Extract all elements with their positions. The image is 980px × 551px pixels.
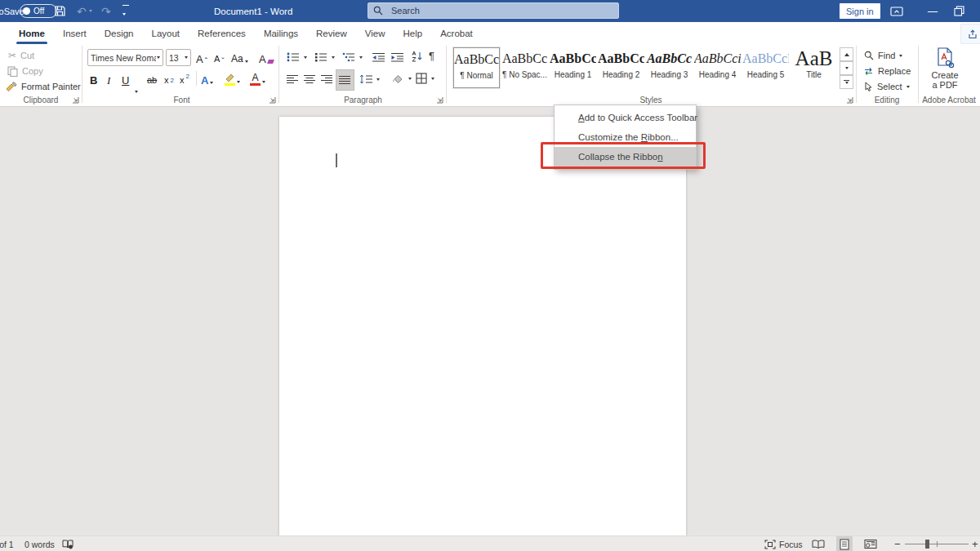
- paragraph-dialog-launcher[interactable]: [436, 96, 443, 104]
- font-size-combobox[interactable]: 13: [166, 49, 191, 66]
- shrink-font-button[interactable]: A ˇ: [214, 49, 225, 65]
- show-hide-marks-button[interactable]: ¶: [429, 48, 434, 63]
- format-painter-button[interactable]: Format Painter: [6, 79, 81, 94]
- tab-insert[interactable]: Insert: [54, 22, 96, 44]
- font-name-dropdown-icon: [157, 56, 160, 59]
- web-layout-button[interactable]: [864, 536, 877, 551]
- decrease-indent-icon: [372, 52, 385, 62]
- customize-quick-access-toolbar-button[interactable]: [122, 0, 129, 22]
- style-name: Heading 3: [646, 70, 693, 79]
- zoom-in-button[interactable]: +: [972, 536, 978, 551]
- numbering-button[interactable]: [314, 50, 335, 64]
- zoom-out-button[interactable]: −: [894, 536, 901, 551]
- strikethrough-button[interactable]: ab: [147, 70, 157, 87]
- tab-references[interactable]: References: [189, 22, 255, 44]
- tab-layout[interactable]: Layout: [143, 22, 189, 44]
- tab-design[interactable]: Design: [96, 22, 143, 44]
- share-button[interactable]: Share: [960, 24, 980, 44]
- styles-scroll-down-button[interactable]: [840, 61, 853, 75]
- underline-dropdown[interactable]: [135, 77, 138, 93]
- styles-scroll-up-button[interactable]: [840, 47, 853, 61]
- cut-button[interactable]: ✂ Cut: [8, 48, 34, 63]
- align-left-button[interactable]: [287, 72, 299, 87]
- style-heading-4[interactable]: AaBbCci Heading 4: [694, 47, 741, 88]
- style-no-spacing[interactable]: AaBbCc ¶ No Spac...: [501, 47, 548, 88]
- bullets-button[interactable]: [287, 50, 307, 64]
- sign-in-button[interactable]: Sign in: [840, 3, 880, 19]
- text-effects-button[interactable]: A: [201, 70, 213, 87]
- font-dialog-launcher[interactable]: [269, 96, 276, 104]
- style-title[interactable]: AaB Title: [791, 47, 837, 88]
- tab-acrobat[interactable]: Acrobat: [431, 22, 482, 44]
- more-chevron-icon: [845, 82, 849, 84]
- style-heading-3[interactable]: AaBbCc Heading 3: [646, 47, 693, 88]
- tab-review[interactable]: Review: [307, 22, 356, 44]
- styles-dialog-launcher[interactable]: [846, 96, 853, 104]
- document-page[interactable]: [279, 117, 686, 535]
- numbering-icon: [314, 52, 327, 62]
- style-name: Heading 2: [598, 70, 644, 79]
- style-heading-5[interactable]: AaBbCcD Heading 5: [742, 47, 789, 88]
- undo-button[interactable]: ↶: [77, 0, 92, 22]
- decrease-indent-button[interactable]: [372, 50, 385, 64]
- style-normal[interactable]: AaBbCc ¶ Normal: [453, 47, 500, 88]
- underline-button[interactable]: U: [122, 70, 129, 87]
- create-pdf-button[interactable]: Create a PDF: [924, 47, 965, 93]
- line-spacing-button[interactable]: [359, 72, 380, 87]
- menu-item-customize-the-ribbon[interactable]: Customize the Ribbon...: [555, 127, 696, 147]
- select-button[interactable]: Select: [864, 79, 910, 94]
- select-label: Select: [877, 82, 902, 91]
- align-center-button[interactable]: [304, 72, 316, 87]
- save-button[interactable]: [54, 0, 66, 22]
- minimize-button[interactable]: —: [928, 0, 938, 22]
- search-input[interactable]: [390, 5, 589, 16]
- undo-dropdown-icon: [89, 10, 92, 12]
- autosave-toggle[interactable]: Off: [20, 0, 57, 22]
- menu-item-collapse-the-ribbon[interactable]: Collapse the Ribbon: [555, 147, 696, 167]
- restore-button[interactable]: [954, 0, 964, 22]
- copy-button[interactable]: Copy: [7, 64, 43, 78]
- ribbon-display-options-button[interactable]: [890, 0, 903, 22]
- superscript-button[interactable]: x2: [180, 70, 189, 87]
- tab-view[interactable]: View: [356, 22, 394, 44]
- tab-home[interactable]: Home: [10, 22, 54, 44]
- focus-mode-button[interactable]: Focus: [764, 536, 803, 551]
- font-name-combobox[interactable]: Times New Roman: [87, 49, 163, 66]
- style-sample: AaBbCc: [454, 48, 499, 71]
- sort-button[interactable]: [410, 49, 423, 64]
- zoom-slider-handle[interactable]: [925, 540, 929, 549]
- style-heading-2[interactable]: AaBbCc Heading 2: [598, 47, 644, 88]
- grow-font-button[interactable]: A ˆ: [196, 49, 207, 65]
- search-box[interactable]: [368, 2, 619, 19]
- change-case-button[interactable]: Aa: [231, 49, 248, 65]
- font-color-button[interactable]: A: [250, 69, 265, 86]
- menu-item-add-to-quick-access-toolbar[interactable]: Add to Quick Access Toolbar: [555, 108, 696, 127]
- text-highlight-button[interactable]: [225, 69, 240, 86]
- find-button[interactable]: Find: [864, 48, 902, 63]
- word-count-indicator[interactable]: 0 words: [24, 536, 55, 551]
- align-right-button[interactable]: [321, 72, 333, 87]
- clipboard-dialog-launcher[interactable]: [72, 96, 79, 104]
- shading-button[interactable]: [391, 71, 412, 86]
- replace-label: Replace: [878, 66, 911, 76]
- page-number-indicator[interactable]: Page 1 of 1: [0, 536, 14, 551]
- tab-help[interactable]: Help: [394, 22, 432, 44]
- print-layout-button[interactable]: [836, 536, 853, 551]
- read-mode-button[interactable]: [812, 536, 825, 551]
- subscript-button[interactable]: x2: [164, 70, 174, 87]
- borders-button[interactable]: [416, 71, 434, 86]
- tab-mailings[interactable]: Mailings: [255, 22, 307, 44]
- style-heading-1[interactable]: AaBbCc Heading 1: [550, 47, 596, 88]
- clear-formatting-button[interactable]: A: [259, 49, 274, 65]
- redo-button[interactable]: ↷: [101, 0, 111, 22]
- multilevel-list-button[interactable]: [342, 50, 363, 64]
- status-bar: Page 1 of 1 0 words Focus: [0, 535, 980, 551]
- proofing-status-button[interactable]: [62, 536, 74, 551]
- increase-indent-button[interactable]: [390, 50, 404, 64]
- styles-gallery-more-button[interactable]: [840, 75, 853, 89]
- toggle-knob-icon: [23, 7, 30, 15]
- justify-button[interactable]: [336, 69, 354, 91]
- replace-button[interactable]: Replace: [863, 64, 911, 78]
- bold-button[interactable]: B: [90, 70, 97, 87]
- italic-button[interactable]: I: [107, 70, 110, 87]
